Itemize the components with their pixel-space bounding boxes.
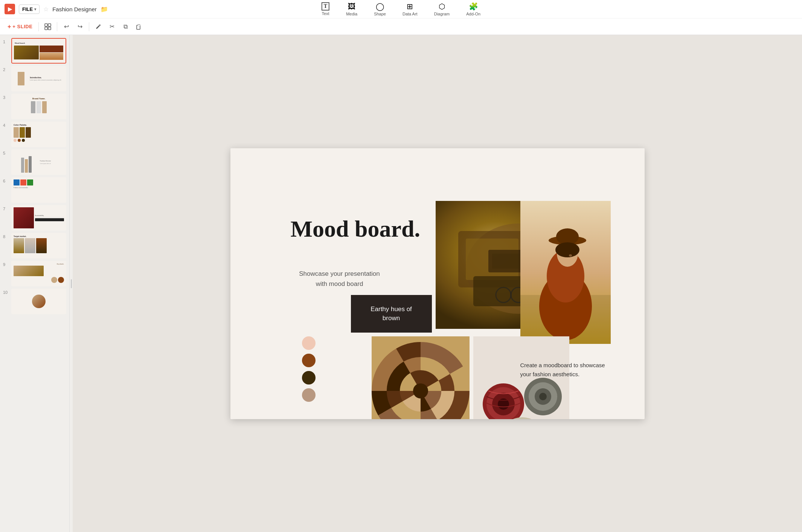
color-swatches [302,336,316,402]
add-slide-button[interactable]: + + SLIDE [5,22,35,32]
copy-button[interactable]: ⧉ [119,21,131,33]
slide-thumb-2[interactable]: 2 Introduction. Lorem ipsum dolor sit am… [3,66,66,91]
slide-preview-3[interactable]: Brand Name. [11,94,66,119]
paint-icon [95,24,101,30]
panel-resizer[interactable] [70,35,73,532]
slide-num-6: 6 [3,177,9,183]
slide-num-4: 4 [3,122,9,128]
svg-rect-17 [492,254,522,269]
resizer-handle [71,279,72,288]
header: ▶ FILE ▾ ☆ Fashion Designer 📁 T Text 🖼 M… [0,0,802,35]
app-logo: ▶ [5,4,15,14]
central-toolbar: T Text 🖼 Media ◯ Shape ⊞ Data Art ⬡ Diag… [317,0,485,18]
paste-icon [136,24,142,30]
svg-rect-2 [45,27,47,30]
swatch-1 [302,336,316,350]
paint-button[interactable] [92,21,104,33]
swatch-2 [302,354,316,367]
slide-preview-inner-4: Color Palette. [12,122,66,146]
slide-preview-inner-8: Target market. [12,234,66,258]
paste-button[interactable] [133,21,145,33]
text-tool-btn[interactable]: T Text [317,1,334,17]
addon-label: Add-On [466,12,480,16]
slide-preview-4[interactable]: Color Palette. [11,122,66,147]
woman-image[interactable] [520,201,611,344]
slide-thumb-1[interactable]: 1 Mood board. [3,38,66,64]
svg-rect-7 [138,25,140,26]
slide-preview-1[interactable]: Mood board. [11,38,66,64]
earthy-box[interactable]: Earthy hues ofbrown [351,295,432,333]
slide-num-10: 10 [3,289,9,295]
svg-rect-3 [48,27,51,30]
slide-num-2: 2 [3,66,9,72]
plus-icon: + [8,23,11,30]
undo-button[interactable]: ↩ [60,21,72,33]
slide-num-5: 5 [3,149,9,155]
media-tool-btn[interactable]: 🖼 Media [342,1,362,18]
mood-title[interactable]: Mood board. [291,216,420,242]
add-slide-label: + SLIDE [12,24,32,29]
layout-icon [44,23,51,30]
slide-thumb-6[interactable]: 6 Fabrics and materials [3,177,66,203]
slide-preview-inner-7: Sustainability [12,206,66,230]
svg-point-28 [569,254,572,257]
subtitle-text: Showcase your presentationwith mood boar… [299,270,380,287]
slide-preview-inner-9: Key details. [12,261,66,286]
layout-button[interactable] [42,21,54,33]
swatch-3 [302,371,316,385]
shape-icon: ◯ [376,2,384,11]
diagram-tool-btn[interactable]: ⬡ Diagram [430,0,454,18]
svg-point-39 [539,393,547,400]
slide-preview-9[interactable]: Key details. [11,261,66,286]
slide-thumb-9[interactable]: 9 Key details. [3,261,66,286]
file-label: FILE [22,6,33,12]
svg-rect-4 [99,24,101,26]
slide-preview-5[interactable]: Fashion Director Lorem ipsum dolor sit [11,149,66,175]
media-label: Media [346,12,357,16]
favorite-icon[interactable]: ☆ [43,6,49,13]
data-art-tool-btn[interactable]: ⊞ Data Art [398,0,422,18]
slide-num-7: 7 [3,205,9,211]
slide-preview-7[interactable]: Sustainability [11,205,66,231]
slide-thumb-5[interactable]: 5 Fashion Director Lorem ipsum dolor sit [3,149,66,175]
slide-preview-8[interactable]: Target market. [11,233,66,258]
slide-thumb-4[interactable]: 4 Color Palette. [3,122,66,147]
slide-preview-inner-10 [12,289,66,313]
file-button[interactable]: FILE ▾ [19,5,40,14]
main-area: 1 Mood board. [0,35,802,532]
slide-num-9: 9 [3,261,9,267]
slide-canvas[interactable]: Mood board. Showcase your presentationwi… [230,148,645,419]
separator-3 [89,22,89,31]
slide-preview-inner-2: Introduction. Lorem ipsum dolor sit amet… [12,67,66,91]
slide-thumb-8[interactable]: 8 Target market. [3,233,66,258]
slide-preview-inner-6: Fabrics and materials [12,178,66,202]
media-icon: 🖼 [348,2,355,11]
spiral-image[interactable] [372,336,470,419]
addon-icon: 🧩 [469,2,478,11]
svg-point-30 [413,383,428,398]
slide-thumb-7[interactable]: 7 Sustainability [3,205,66,231]
slide-num-8: 8 [3,233,9,239]
svg-rect-1 [48,24,51,26]
slide-preview-10[interactable] [11,289,66,314]
woman-svg [520,201,611,344]
redo-button[interactable]: ↪ [74,21,86,33]
text-icon: T [322,2,329,11]
slide-thumb-3[interactable]: 3 Brand Name. [3,94,66,119]
cut-button[interactable]: ✂ [106,21,118,33]
addon-tool-btn[interactable]: 🧩 Add-On [462,0,485,18]
slide-preview-6[interactable]: Fabrics and materials [11,177,66,203]
slide-thumb-10[interactable]: 10 [3,289,66,314]
separator-2 [57,22,57,31]
diagram-label: Diagram [434,12,450,16]
create-text: Create a moodboard to showcase your fash… [520,361,611,379]
slides-panel: 1 Mood board. [0,35,70,532]
diagram-icon: ⬡ [439,2,445,11]
svg-rect-0 [45,24,47,26]
folder-icon[interactable]: 📁 [101,6,108,13]
svg-point-27 [555,242,579,257]
shape-tool-btn[interactable]: ◯ Shape [369,0,390,18]
mood-subtitle: Showcase your presentationwith mood boar… [291,269,389,289]
slide-preview-2[interactable]: Introduction. Lorem ipsum dolor sit amet… [11,66,66,91]
separator-1 [38,22,39,31]
